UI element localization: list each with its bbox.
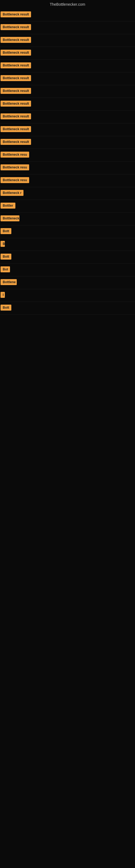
bottleneck-row: Bottleneck result bbox=[0, 9, 135, 22]
bottleneck-bar[interactable]: Bottleneck resu bbox=[1, 164, 29, 170]
bottleneck-row: Bottler bbox=[0, 200, 135, 213]
bottleneck-bar[interactable]: Bottleneck result bbox=[1, 101, 31, 106]
rows-container: Bottleneck resultBottleneck resultBottle… bbox=[0, 9, 135, 315]
title-text: TheBottlenecker.com bbox=[50, 2, 85, 6]
bottleneck-row: Bottlene bbox=[0, 276, 135, 289]
bottleneck-bar[interactable]: Bottler bbox=[1, 203, 15, 209]
bottleneck-bar[interactable]: Bottleneck result bbox=[1, 37, 31, 43]
bottleneck-row: Bott bbox=[0, 225, 135, 238]
bottleneck-row: Bottleneck result bbox=[0, 47, 135, 60]
bottleneck-row: Bott bbox=[0, 302, 135, 315]
bottleneck-bar[interactable]: Bott bbox=[1, 305, 11, 311]
bottleneck-bar[interactable]: I bbox=[1, 292, 5, 298]
bottleneck-bar[interactable]: Bottleneck result bbox=[1, 11, 31, 18]
bottleneck-row: Bottleneck result bbox=[0, 136, 135, 149]
bottleneck-row: Bottleneck r bbox=[0, 187, 135, 200]
bottleneck-row: Bottleneck result bbox=[0, 72, 135, 85]
bottleneck-row: Bottleneck result bbox=[0, 22, 135, 34]
bottleneck-row: Bottleneck result bbox=[0, 123, 135, 136]
bottleneck-bar[interactable]: Bott bbox=[1, 254, 11, 259]
bottleneck-bar[interactable]: Bottleneck result bbox=[1, 24, 31, 30]
bottleneck-bar[interactable]: Bottleneck bbox=[1, 215, 19, 221]
bottleneck-row: I bbox=[0, 289, 135, 302]
bottleneck-row: Bottleneck result bbox=[0, 98, 135, 111]
bottleneck-bar[interactable]: Bottleneck result bbox=[1, 88, 31, 94]
bottleneck-row: Bot bbox=[0, 264, 135, 276]
bottleneck-row: Bottleneck resu bbox=[0, 175, 135, 187]
bottleneck-bar[interactable]: Bottleneck result bbox=[1, 113, 31, 119]
site-title: TheBottlenecker.com bbox=[0, 0, 135, 9]
bottleneck-bar[interactable]: Bottlene bbox=[1, 279, 17, 285]
bottleneck-row: Bott bbox=[0, 251, 135, 264]
bottleneck-bar[interactable]: Bottleneck result bbox=[1, 75, 31, 81]
bottleneck-row: Bottleneck resu bbox=[0, 149, 135, 162]
bottleneck-bar[interactable]: Bottleneck result bbox=[1, 62, 31, 68]
bottleneck-row: B bbox=[0, 238, 135, 251]
bottleneck-bar[interactable]: Bottleneck r bbox=[1, 190, 24, 196]
bottleneck-row: Bottleneck result bbox=[0, 34, 135, 47]
bottleneck-row: Bottleneck resu bbox=[0, 162, 135, 175]
bottleneck-row: Bottleneck result bbox=[0, 85, 135, 98]
bottleneck-bar[interactable]: Bottleneck result bbox=[1, 126, 31, 132]
bottleneck-row: Bottleneck result bbox=[0, 60, 135, 72]
bottleneck-row: Bottleneck result bbox=[0, 111, 135, 123]
bottleneck-bar[interactable]: Bott bbox=[1, 228, 11, 234]
bottleneck-bar[interactable]: Bottleneck result bbox=[1, 50, 31, 56]
bottleneck-bar[interactable]: Bottleneck result bbox=[1, 139, 31, 145]
bottleneck-bar[interactable]: Bottleneck resu bbox=[1, 177, 29, 183]
bottleneck-bar[interactable]: B bbox=[1, 241, 5, 247]
bottleneck-bar[interactable]: Bot bbox=[1, 267, 10, 272]
bottleneck-bar[interactable]: Bottleneck resu bbox=[1, 152, 29, 158]
bottleneck-row: Bottleneck bbox=[0, 213, 135, 225]
